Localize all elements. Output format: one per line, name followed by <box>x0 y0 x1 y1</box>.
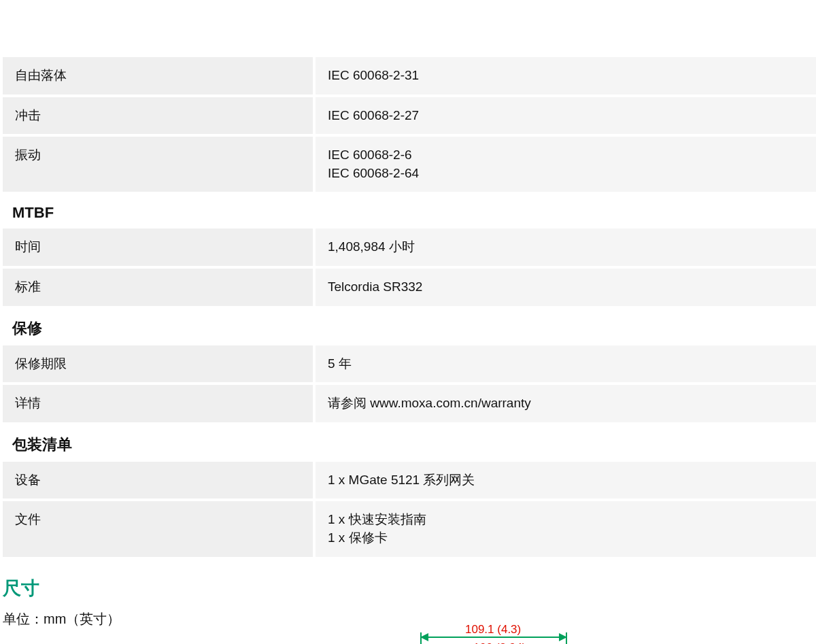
table-row: 文件 1 x 快速安装指南 1 x 保修卡 <box>3 501 816 556</box>
dim-label-outer: 109.1 (4.3) <box>465 623 520 637</box>
dim-tick <box>420 632 422 644</box>
spec-value: 1 x MGate 5121 系列网关 <box>316 462 816 499</box>
table-row: 保修期限 5 年 <box>3 345 816 383</box>
spec-value: 5 年 <box>316 345 816 383</box>
spec-table: 自由落体 IEC 60068-2-31 冲击 IEC 60068-2-27 振动… <box>3 57 816 557</box>
section-mtbf: MTBF <box>3 194 816 228</box>
section-warranty: 保修 <box>3 309 816 345</box>
spec-value: 1 x 快速安装指南 1 x 保修卡 <box>316 501 816 556</box>
spec-label: 文件 <box>3 501 313 556</box>
table-row: 振动 IEC 60068-2-6 IEC 60068-2-64 <box>3 137 816 192</box>
spec-value: IEC 60068-2-31 <box>316 57 816 95</box>
table-row: 详情 请参阅 www.moxa.com.cn/warranty <box>3 385 816 422</box>
spec-label: 自由落体 <box>3 57 313 95</box>
spec-label: 保修期限 <box>3 345 313 383</box>
spec-label: 详情 <box>3 385 313 422</box>
spec-label: 设备 <box>3 462 313 499</box>
dimensions-diagram: 109.1 (4.3) 100 (3.94) 25 (0.98) <box>3 623 816 644</box>
dim-line <box>428 637 559 638</box>
spec-value: IEC 60068-2-6 IEC 60068-2-64 <box>316 137 816 192</box>
spec-label: 时间 <box>3 228 313 266</box>
dimensions-heading: 尺寸 <box>3 576 813 600</box>
dim-tick <box>566 632 567 644</box>
spec-label: 标准 <box>3 269 313 306</box>
table-row: 自由落体 IEC 60068-2-31 <box>3 57 816 95</box>
spec-value: Telcordia SR332 <box>316 269 816 306</box>
spec-label: 振动 <box>3 137 313 192</box>
spec-value: IEC 60068-2-27 <box>316 97 816 135</box>
table-row: 设备 1 x MGate 5121 系列网关 <box>3 462 816 499</box>
table-row: 冲击 IEC 60068-2-27 <box>3 97 816 135</box>
spec-label: 冲击 <box>3 97 313 135</box>
spec-value: 请参阅 www.moxa.com.cn/warranty <box>316 385 816 422</box>
table-row: 时间 1,408,984 小时 <box>3 228 816 266</box>
spec-value: 1,408,984 小时 <box>316 228 816 266</box>
dim-label-inner: 100 (3.94) <box>473 641 524 644</box>
table-row: 标准 Telcordia SR332 <box>3 269 816 306</box>
section-package: 包装清单 <box>3 425 816 462</box>
